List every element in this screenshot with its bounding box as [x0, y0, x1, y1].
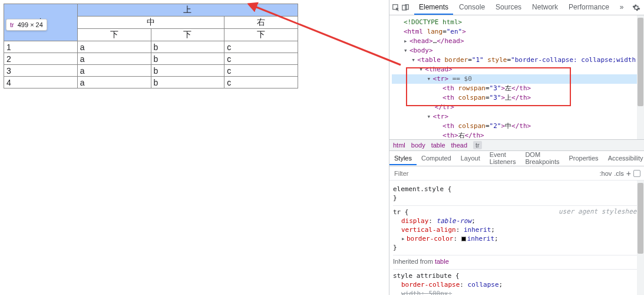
subtab-event-listeners[interactable]: Event Listeners	[485, 149, 521, 169]
breadcrumb-body[interactable]: body	[411, 142, 425, 149]
tab-more[interactable]: »	[615, 1, 629, 15]
rule-style-attribute[interactable]: style attribute { border-collapse: colla…	[393, 270, 640, 295]
rendered-table: 左 上 中 右 下 下 下 1abc 2abc 3abc 4abc	[4, 4, 298, 88]
table-body: 1abc 2abc 3abc 4abc	[4, 41, 298, 88]
breadcrumb-html[interactable]: html	[393, 142, 405, 149]
rule-origin: user agent stylesheet	[559, 207, 640, 216]
subtab-layout[interactable]: Layout	[456, 152, 485, 165]
breadcrumb-tr[interactable]: tr	[473, 141, 482, 149]
dom-html[interactable]: <html lang="en">	[404, 28, 466, 35]
dom-th-mid[interactable]: <th colspan="2">中</th>	[442, 122, 531, 130]
color-swatch-icon[interactable]	[461, 237, 466, 241]
dom-th-right[interactable]: <th>右</th>	[442, 132, 484, 139]
dom-head[interactable]: <head>…</head>	[409, 37, 464, 45]
subtab-styles[interactable]: Styles	[389, 152, 417, 165]
new-rule-icon[interactable]: +	[626, 170, 631, 177]
dom-selected-hint: == $0	[448, 75, 472, 83]
dom-doctype[interactable]: <!DOCTYPE html>	[404, 18, 462, 26]
subtab-accessibility[interactable]: Accessibility	[603, 152, 644, 165]
tab-elements[interactable]: Elements	[414, 1, 453, 15]
toggle-box-icon[interactable]	[633, 170, 640, 177]
th-bottom-2: 下	[151, 29, 224, 41]
hov-toggle[interactable]: :hov	[600, 170, 612, 177]
tooltip-dimensions: 499 × 24	[18, 21, 43, 28]
devtools-panel: Elements Console Sources Network Perform…	[389, 0, 644, 295]
device-toggle-icon[interactable]	[401, 1, 409, 14]
th-right: 右	[224, 17, 298, 29]
breadcrumb-table[interactable]: table	[431, 142, 445, 149]
styles-filter-input[interactable]	[393, 169, 596, 178]
dom-th-rowspan[interactable]: <th rowspan="3">左</th>	[442, 84, 531, 92]
dom-tr-selected[interactable]: <tr>	[433, 75, 449, 83]
inherited-from-label: Inherited from table	[393, 255, 640, 270]
devtools-toolbar: Elements Console Sources Network Perform…	[389, 0, 644, 15]
styles-filter-row: :hov .cls +	[389, 166, 644, 181]
th-mid: 中	[77, 17, 224, 29]
dom-body[interactable]: <body>	[409, 47, 433, 54]
rule-tr-ua[interactable]: user agent stylesheet tr { display: tabl…	[393, 206, 640, 255]
table-row: 3abc	[4, 65, 298, 77]
page-render-pane: 左 上 中 右 下 下 下 1abc 2abc 3abc 4abc tr 499…	[0, 0, 389, 295]
dom-tree[interactable]: <!DOCTYPE html> <html lang="en"> ▸<head>…	[389, 15, 644, 139]
subtab-dom-breakpoints[interactable]: DOM Breakpoints	[520, 149, 564, 169]
table-header-row-1: 左 上	[4, 4, 298, 17]
styles-subtabs: Styles Computed Layout Event Listeners D…	[389, 151, 644, 166]
dom-scrollbar[interactable]	[637, 15, 644, 139]
th-bottom-1: 下	[77, 29, 151, 41]
rule-element-style[interactable]: element.style { }	[393, 183, 640, 206]
dom-th-colspan[interactable]: <th colspan="3">上</th>	[442, 94, 531, 101]
subtab-properties[interactable]: Properties	[564, 152, 603, 165]
th-bottom-3: 下	[224, 29, 298, 41]
table-row: 4abc	[4, 77, 298, 88]
breadcrumb-thead[interactable]: thead	[451, 142, 468, 149]
dom-tr-close[interactable]: </tr>	[435, 103, 454, 111]
tab-console[interactable]: Console	[454, 1, 490, 15]
tab-performance[interactable]: Performance	[564, 1, 614, 15]
element-dimensions-tooltip: tr 499 × 24	[6, 19, 47, 31]
table-row: 1abc	[4, 41, 298, 53]
tooltip-tag: tr	[10, 21, 14, 28]
subtab-computed[interactable]: Computed	[417, 152, 456, 165]
dom-thead[interactable]: <thead>	[425, 65, 452, 73]
styles-pane[interactable]: element.style { } user agent stylesheet …	[389, 181, 644, 295]
dom-table[interactable]: <table border="1" style="border-collapse…	[417, 56, 644, 64]
th-top: 上	[77, 4, 298, 17]
table-row: 2abc	[4, 53, 298, 65]
settings-icon[interactable]	[630, 1, 643, 14]
styles-scrollbar[interactable]	[637, 181, 644, 295]
inspect-element-icon[interactable]	[392, 1, 400, 14]
cls-toggle[interactable]: .cls	[614, 170, 624, 177]
tab-sources[interactable]: Sources	[491, 1, 526, 15]
dom-tr2[interactable]: <tr>	[433, 113, 449, 120]
tab-network[interactable]: Network	[527, 1, 563, 15]
